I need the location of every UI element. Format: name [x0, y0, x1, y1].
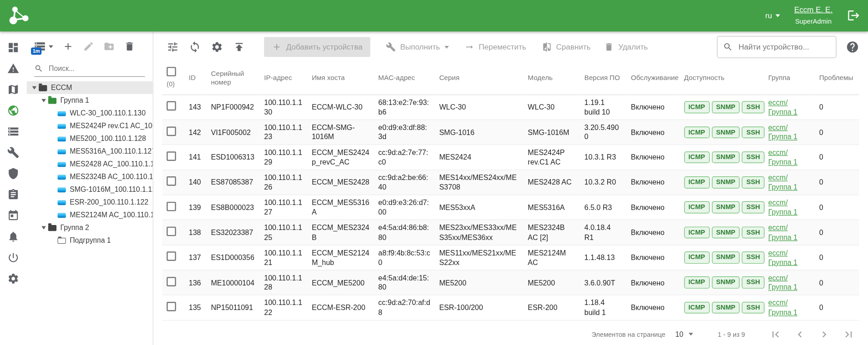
group-link[interactable]: Группа 1 — [768, 308, 797, 316]
group-link[interactable]: eccm/ — [768, 98, 788, 106]
row-checkbox[interactable] — [167, 277, 176, 286]
column-header-5[interactable]: MAC-адрес — [374, 62, 435, 95]
export-button[interactable] — [228, 36, 249, 57]
group-link[interactable]: Группа 1 — [768, 208, 797, 216]
group-link[interactable]: eccm/ — [768, 123, 788, 131]
table-row[interactable]: 138ES32023387100.110.1.125ECCM_MES2324Be… — [162, 220, 859, 245]
delete-group-button[interactable] — [124, 41, 135, 52]
sidebar-item-tasks[interactable] — [0, 184, 26, 205]
tree-item[interactable]: MES2424P rev.C1 AC_100.110.1.129 — [26, 120, 152, 132]
user-name-link[interactable]: Eccm E. E. — [794, 5, 832, 15]
language-selector[interactable]: ru — [765, 11, 780, 20]
group-link[interactable]: Группа 1 — [768, 183, 797, 191]
table-row[interactable]: 139ES8B000023100.110.1.127ECCM_MES5316Ae… — [162, 195, 859, 220]
add-group-button[interactable] — [62, 41, 73, 52]
tree-search-input[interactable] — [48, 64, 145, 73]
sidebar-item-tools[interactable] — [0, 142, 26, 163]
group-link[interactable]: Группа 1 — [768, 258, 797, 266]
refresh-button[interactable] — [184, 36, 205, 57]
column-header-2[interactable]: Серийный номер — [207, 62, 260, 95]
tree-item[interactable]: ME5200_100.110.1.128 — [26, 132, 152, 145]
group-link[interactable]: eccm/ — [768, 199, 788, 207]
sidebar-item-calendar[interactable] — [0, 205, 26, 226]
sidebar-item-map[interactable] — [0, 79, 26, 100]
sidebar-item-dashboard[interactable] — [0, 37, 26, 58]
group-link[interactable]: Группа 1 — [768, 158, 797, 166]
column-header-8[interactable]: Версия ПО — [580, 62, 626, 95]
per-page-select[interactable]: 10 — [675, 330, 693, 338]
sidebar-item-notifications[interactable] — [0, 226, 26, 247]
row-checkbox[interactable] — [167, 202, 176, 211]
filter-columns-button[interactable] — [162, 36, 183, 57]
row-checkbox[interactable] — [167, 302, 176, 311]
sidebar-item-alerts[interactable] — [0, 58, 26, 79]
sidebar-item-uptime[interactable] — [0, 247, 26, 268]
table-row[interactable]: 136ME10000104100.110.1.128ECCM_ME5200e4:… — [162, 270, 859, 295]
table-row[interactable]: 135NP15011091100.110.1.122ECCM-ESR-200cc… — [162, 295, 859, 320]
group-link[interactable]: eccm/ — [768, 149, 788, 157]
tree-item[interactable]: MES2124M AC_100.110.1.121 — [26, 209, 152, 221]
group-link[interactable]: Группа 1 — [768, 283, 797, 291]
column-header-7[interactable]: Модель — [523, 62, 580, 95]
sidebar-item-inventory[interactable] — [0, 121, 26, 142]
select-all-checkbox[interactable] — [167, 67, 176, 76]
row-checkbox[interactable] — [167, 101, 176, 111]
tree-item[interactable]: MES2324B AC_100.110.1.125 — [26, 170, 152, 183]
row-checkbox[interactable] — [167, 227, 176, 236]
tree-item[interactable]: WLC-30_100.110.1.130 — [26, 107, 152, 120]
group-link[interactable]: eccm/ — [768, 299, 788, 307]
group-link[interactable]: Группа 1 — [768, 233, 797, 241]
row-checkbox[interactable] — [167, 252, 176, 261]
tree-item[interactable]: Подгруппа 1 — [26, 234, 152, 246]
discover-devices-button[interactable]: 1m — [34, 40, 53, 53]
table-row[interactable]: 137ES1D000356100.110.1.121ECCM_MES2124M_… — [162, 245, 859, 270]
edit-group-button[interactable] — [83, 41, 94, 52]
group-link[interactable]: Группа 1 — [768, 108, 797, 116]
run-button[interactable]: Выполнить — [386, 42, 449, 52]
column-header-4[interactable]: Имя хоста — [307, 62, 374, 95]
tree-expander-icon[interactable] — [39, 223, 48, 232]
tree-item[interactable]: MES2428 AC_100.110.1.126 — [26, 158, 152, 170]
delete-button[interactable]: Удалить — [604, 42, 648, 52]
column-header-12[interactable]: Проблемы — [815, 62, 859, 95]
add-devices-button[interactable]: Добавить устройства — [264, 37, 370, 57]
tree-item[interactable]: MES5316A_100.110.1.127 — [26, 145, 152, 158]
tree-item[interactable]: ECCM — [26, 81, 152, 94]
group-link[interactable]: eccm/ — [768, 174, 788, 182]
group-link[interactable]: Группа 1 — [768, 133, 797, 141]
logout-button[interactable] — [847, 9, 860, 22]
sidebar-item-devices[interactable] — [0, 100, 26, 121]
group-link[interactable]: eccm/ — [768, 224, 788, 232]
compare-button[interactable]: Сравнить — [542, 42, 590, 52]
last-page-button[interactable] — [843, 328, 855, 340]
column-header-1[interactable]: ID — [184, 62, 207, 95]
device-search-input[interactable] — [737, 42, 830, 52]
tree-item[interactable]: ESR-200_100.110.1.122 — [26, 196, 152, 209]
column-header-3[interactable]: IP-адрес — [260, 62, 308, 95]
help-button[interactable] — [846, 40, 859, 54]
sidebar-item-security[interactable] — [0, 163, 26, 184]
row-checkbox[interactable] — [167, 126, 176, 136]
tree-expander-icon[interactable] — [29, 83, 39, 92]
table-row[interactable]: 140ES87085387100.110.1.126ECCM_MES2428cc… — [162, 170, 859, 195]
group-link[interactable]: eccm/ — [768, 249, 788, 257]
create-subfolder-button[interactable] — [103, 41, 114, 52]
column-header-10[interactable]: Доступность — [680, 62, 764, 95]
tree-item[interactable]: Группа 2 — [26, 221, 152, 234]
next-page-button[interactable] — [818, 328, 831, 340]
move-button[interactable]: Переместить — [464, 42, 526, 52]
previous-page-button[interactable] — [794, 328, 806, 340]
row-checkbox[interactable] — [167, 176, 176, 186]
row-checkbox[interactable] — [167, 151, 176, 161]
group-link[interactable]: eccm/ — [768, 274, 788, 282]
tree-item[interactable]: Группа 1 — [26, 94, 152, 107]
first-page-button[interactable] — [770, 328, 782, 340]
tree-item[interactable]: SMG-1016M_100.110.1.123 — [26, 183, 152, 196]
table-row[interactable]: 142VI1F005002100.110.1.123ECCM-SMG-1016M… — [162, 120, 859, 145]
column-header-6[interactable]: Серия — [435, 62, 523, 95]
column-header-9[interactable]: Обслуживание — [626, 62, 680, 95]
table-row[interactable]: 143NP1F000942100.110.1.130ECCM-WLC-3068:… — [162, 95, 859, 120]
column-header-11[interactable]: Группа — [764, 62, 815, 95]
table-settings-button[interactable] — [207, 36, 228, 57]
tree-expander-icon[interactable] — [39, 96, 48, 105]
